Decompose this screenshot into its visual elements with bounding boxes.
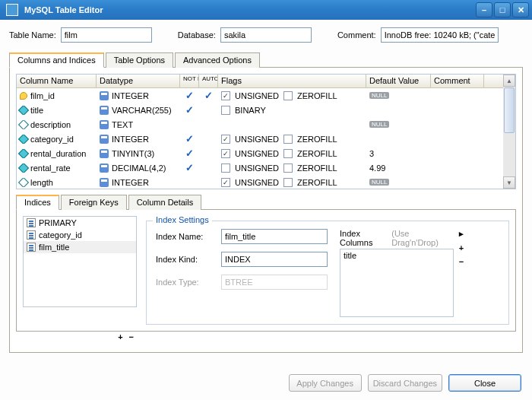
unsigned-label: UNSIGNED xyxy=(235,135,279,144)
table-row[interactable]: rental_rateDECIMAL(4,2)✓UNSIGNEDZEROFILL… xyxy=(17,160,503,175)
table-row[interactable]: titleVARCHAR(255)✓BINARY xyxy=(17,103,503,117)
table-row[interactable]: film_idINTEGER✓✓UNSIGNEDZEROFILLNULL xyxy=(17,88,503,103)
zerofill-label: ZEROFILL xyxy=(297,149,337,158)
table-row[interactable]: rental_durationTINYINT(3)✓UNSIGNEDZEROFI… xyxy=(17,146,503,160)
not-null-check-icon[interactable]: ✓ xyxy=(183,105,196,115)
tab-body: Column Name Datatype NOT NULL AUTO INC F… xyxy=(9,68,523,353)
index-column-item[interactable]: title xyxy=(344,251,450,260)
unsigned-label: UNSIGNED xyxy=(235,149,279,158)
comment-input[interactable] xyxy=(381,27,499,43)
zerofill-checkbox[interactable] xyxy=(283,135,293,144)
index-list-item[interactable]: category_id xyxy=(24,229,136,241)
index-type-select: BTREE xyxy=(221,275,328,290)
table-row[interactable]: lengthINTEGERUNSIGNEDZEROFILLNULL xyxy=(17,175,503,189)
datatype-label: INTEGER xyxy=(112,135,149,144)
close-window-button[interactable]: ✕ xyxy=(512,2,529,17)
index-col-add-button[interactable]: + xyxy=(457,243,466,252)
unsigned-checkbox[interactable] xyxy=(221,163,230,173)
table-row[interactable]: descriptionTEXTNULL xyxy=(17,117,503,132)
zerofill-label: ZEROFILL xyxy=(297,135,337,144)
scroll-up-icon[interactable]: ▲ xyxy=(503,75,515,87)
column-name-label: title xyxy=(30,106,43,115)
not-null-check-icon[interactable]: ✓ xyxy=(183,90,196,100)
datatype-label: INTEGER xyxy=(112,91,149,100)
zerofill-checkbox[interactable] xyxy=(283,163,293,173)
scroll-down-icon[interactable]: ▼ xyxy=(503,176,515,189)
header-flags[interactable]: Flags xyxy=(218,75,366,87)
grid-header: Column Name Datatype NOT NULL AUTO INC F… xyxy=(17,75,503,88)
auto-inc-check-icon[interactable]: ✓ xyxy=(202,90,215,100)
zerofill-label: ZEROFILL xyxy=(297,163,337,173)
index-list[interactable]: PRIMARYcategory_idfilm_title xyxy=(23,216,137,307)
scroll-thumb[interactable] xyxy=(504,87,515,133)
datatype-icon xyxy=(100,135,109,144)
maximize-button[interactable]: □ xyxy=(494,2,511,17)
column-name-label: film_id xyxy=(30,91,55,100)
table-meta-row: Table Name: Database: sakila Comment: xyxy=(9,27,523,43)
tab-table-options[interactable]: Table Options xyxy=(106,52,173,68)
datatype-label: TINYINT(3) xyxy=(112,149,154,158)
header-column-name[interactable]: Column Name xyxy=(17,75,97,87)
header-comment[interactable]: Comment xyxy=(431,75,484,87)
header-not-null[interactable]: NOT NULL xyxy=(180,75,199,87)
sub-tabs: Indices Foreign Keys Column Details xyxy=(16,194,516,210)
zerofill-checkbox[interactable] xyxy=(283,91,293,100)
zerofill-checkbox[interactable] xyxy=(283,178,293,187)
column-icon xyxy=(18,149,29,158)
table-row[interactable]: category_idINTEGER✓UNSIGNEDZEROFILL xyxy=(17,132,503,146)
minimize-button[interactable]: – xyxy=(476,2,492,17)
default-value-label: 3 xyxy=(369,149,374,158)
index-col-move-right-icon[interactable]: ▸ xyxy=(457,229,466,239)
index-list-item[interactable]: film_title xyxy=(24,241,136,253)
not-null-check-icon[interactable]: ✓ xyxy=(183,134,196,144)
binary-label: BINARY xyxy=(235,106,266,115)
index-columns-hint: (Use Drag'n'Drop) xyxy=(391,229,454,247)
index-kind-label: Index Kind: xyxy=(156,255,215,264)
header-datatype[interactable]: Datatype xyxy=(97,75,180,87)
close-button[interactable]: Close xyxy=(448,374,521,392)
unsigned-label: UNSIGNED xyxy=(235,163,279,173)
tab-columns-indices[interactable]: Columns and Indices xyxy=(9,52,104,68)
not-null-check-icon[interactable]: ✓ xyxy=(183,148,196,158)
index-icon xyxy=(27,218,36,227)
unsigned-checkbox[interactable] xyxy=(221,149,230,158)
not-null-check-icon[interactable]: ✓ xyxy=(183,163,196,173)
remove-index-button[interactable]: − xyxy=(129,332,134,341)
null-tag: NULL xyxy=(369,121,389,128)
unsigned-checkbox[interactable] xyxy=(221,178,230,187)
main-tabs: Columns and Indices Table Options Advanc… xyxy=(9,52,523,68)
index-columns-box[interactable]: title xyxy=(340,249,454,317)
datatype-label: TEXT xyxy=(112,120,133,129)
index-col-remove-button[interactable]: − xyxy=(457,257,466,266)
unsigned-checkbox[interactable] xyxy=(221,91,230,100)
binary-checkbox[interactable] xyxy=(221,106,230,115)
column-icon xyxy=(18,106,29,115)
app-icon xyxy=(6,4,18,16)
add-index-button[interactable]: + xyxy=(118,332,122,341)
index-list-item[interactable]: PRIMARY xyxy=(24,217,136,229)
database-select[interactable]: sakila xyxy=(220,27,312,43)
grid-scrollbar[interactable]: ▲ ▼ xyxy=(503,75,515,189)
primary-key-icon xyxy=(20,92,27,100)
column-icon xyxy=(18,178,29,187)
window-title: MySQL Table Editor xyxy=(21,5,474,14)
dialog-footer: Apply Changes Discard Changes Close xyxy=(0,366,532,400)
zerofill-label: ZEROFILL xyxy=(297,178,337,187)
apply-changes-button: Apply Changes xyxy=(289,374,362,392)
tab-indices[interactable]: Indices xyxy=(16,195,59,210)
header-auto-inc[interactable]: AUTO INC xyxy=(199,75,218,87)
zerofill-checkbox[interactable] xyxy=(283,149,293,158)
default-value-label: 4.99 xyxy=(369,163,385,173)
index-kind-select[interactable]: INDEX xyxy=(221,252,328,267)
zerofill-label: ZEROFILL xyxy=(297,91,337,100)
tab-advanced-options[interactable]: Advanced Options xyxy=(175,52,260,68)
index-icon xyxy=(27,230,36,240)
header-default[interactable]: Default Value xyxy=(366,75,431,87)
index-name-input[interactable] xyxy=(221,229,328,244)
table-name-input[interactable] xyxy=(61,27,152,43)
unsigned-checkbox[interactable] xyxy=(221,135,230,144)
tab-foreign-keys[interactable]: Foreign Keys xyxy=(61,195,127,210)
table-name-label: Table Name: xyxy=(9,30,56,40)
index-columns-label: Index Columns xyxy=(340,229,391,247)
tab-column-details[interactable]: Column Details xyxy=(128,195,202,210)
